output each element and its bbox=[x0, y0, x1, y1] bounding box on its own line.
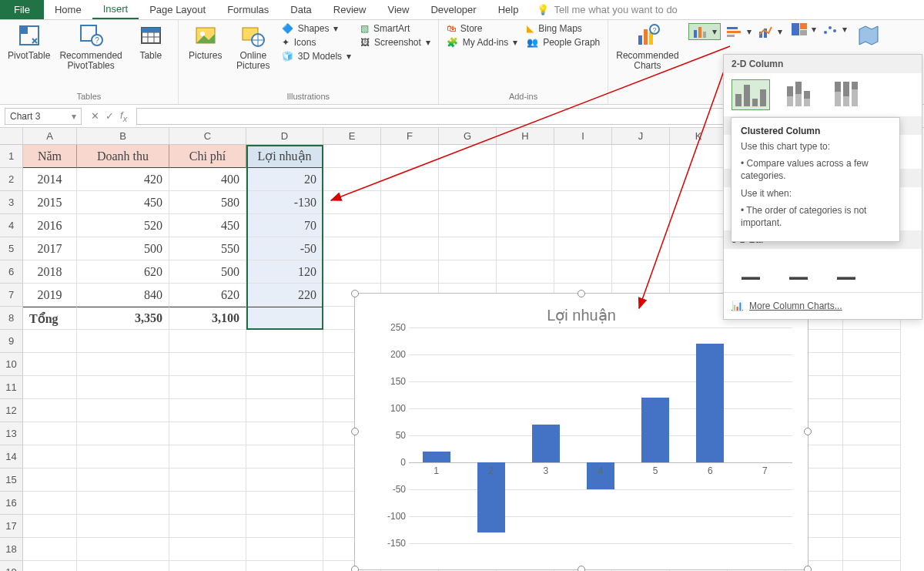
cell[interactable] bbox=[23, 376, 77, 399]
3d-stacked-bar-thumb[interactable]: ▬▬ bbox=[779, 255, 818, 286]
cell[interactable]: -130 bbox=[246, 191, 323, 214]
cell[interactable] bbox=[169, 399, 246, 422]
cell[interactable] bbox=[612, 145, 670, 168]
cell[interactable] bbox=[612, 168, 670, 191]
cell[interactable] bbox=[554, 145, 612, 168]
cell[interactable] bbox=[77, 515, 169, 538]
tab-developer[interactable]: Developer bbox=[420, 0, 487, 19]
cell[interactable]: 2015 bbox=[23, 191, 77, 214]
cell[interactable] bbox=[246, 515, 323, 538]
cell[interactable] bbox=[554, 260, 612, 284]
resize-handle[interactable] bbox=[578, 566, 585, 571]
resize-handle[interactable] bbox=[804, 428, 812, 435]
cell[interactable] bbox=[843, 515, 901, 538]
tab-data[interactable]: Data bbox=[280, 0, 322, 19]
cell[interactable] bbox=[497, 168, 554, 191]
row-header[interactable]: 8 bbox=[0, 307, 23, 330]
cell[interactable]: -50 bbox=[246, 237, 323, 260]
cell[interactable] bbox=[497, 145, 554, 168]
tab-file[interactable]: File bbox=[0, 0, 44, 19]
cell[interactable]: 500 bbox=[169, 260, 246, 284]
cell[interactable] bbox=[497, 191, 554, 214]
cell[interactable] bbox=[246, 399, 323, 422]
cell[interactable] bbox=[843, 376, 901, 399]
cell[interactable] bbox=[169, 538, 246, 561]
row-header[interactable]: 12 bbox=[0, 399, 23, 422]
col-header[interactable]: D bbox=[246, 128, 323, 145]
tab-view[interactable]: View bbox=[377, 0, 420, 19]
tab-home[interactable]: Home bbox=[44, 0, 92, 19]
col-header[interactable]: K bbox=[670, 128, 728, 145]
cell[interactable] bbox=[843, 538, 901, 561]
cell[interactable]: 2016 bbox=[23, 214, 77, 237]
cell[interactable] bbox=[497, 237, 554, 260]
cell[interactable] bbox=[77, 376, 169, 399]
cell[interactable] bbox=[439, 214, 497, 237]
cell[interactable] bbox=[246, 561, 323, 571]
cell[interactable] bbox=[23, 330, 77, 353]
cell[interactable] bbox=[381, 191, 439, 214]
resize-handle[interactable] bbox=[351, 428, 359, 435]
cell[interactable] bbox=[843, 422, 901, 445]
cell[interactable]: 840 bbox=[77, 284, 169, 307]
3d-100-stacked-bar-thumb[interactable]: ▬▬ bbox=[827, 255, 865, 286]
cell[interactable]: 20 bbox=[246, 168, 323, 191]
resize-handle[interactable] bbox=[804, 566, 812, 571]
cell[interactable]: Tổng bbox=[23, 307, 77, 330]
cell[interactable] bbox=[381, 168, 439, 191]
col-header[interactable]: B bbox=[77, 128, 169, 145]
cell[interactable] bbox=[497, 214, 554, 237]
cell[interactable] bbox=[843, 353, 901, 376]
row-header[interactable]: 4 bbox=[0, 214, 23, 237]
cell[interactable] bbox=[169, 445, 246, 469]
cell[interactable] bbox=[670, 237, 728, 260]
cell[interactable] bbox=[554, 168, 612, 191]
cell[interactable] bbox=[77, 399, 169, 422]
cell[interactable] bbox=[169, 515, 246, 538]
tab-formulas[interactable]: Formulas bbox=[216, 0, 280, 19]
cell[interactable] bbox=[246, 422, 323, 445]
clustered-column-thumb[interactable] bbox=[732, 79, 770, 110]
cell[interactable] bbox=[23, 515, 77, 538]
cell[interactable]: 3,350 bbox=[77, 307, 169, 330]
row-header[interactable]: 14 bbox=[0, 445, 23, 469]
row-header[interactable]: 19 bbox=[0, 561, 23, 571]
cell[interactable] bbox=[323, 168, 381, 191]
cell[interactable] bbox=[323, 191, 381, 214]
cell[interactable]: 2019 bbox=[23, 284, 77, 307]
online-pictures-button[interactable]: Online Pictures bbox=[234, 23, 273, 71]
stacked-column-thumb[interactable] bbox=[779, 79, 818, 110]
cell[interactable] bbox=[554, 214, 612, 237]
row-header[interactable]: 15 bbox=[0, 469, 23, 492]
row-header[interactable]: 11 bbox=[0, 376, 23, 399]
cell[interactable] bbox=[23, 561, 77, 571]
row-header[interactable]: 3 bbox=[0, 191, 23, 214]
chart-bar[interactable] bbox=[532, 425, 560, 462]
resize-handle[interactable] bbox=[351, 566, 359, 571]
cell[interactable] bbox=[23, 422, 77, 445]
cell[interactable] bbox=[77, 445, 169, 469]
cell[interactable]: 450 bbox=[169, 214, 246, 237]
cell[interactable] bbox=[843, 469, 901, 492]
cell[interactable] bbox=[246, 538, 323, 561]
cell[interactable] bbox=[843, 561, 901, 571]
bing-maps-button[interactable]: ◣Bing Maps bbox=[527, 23, 600, 34]
row-header[interactable]: 18 bbox=[0, 538, 23, 561]
cell[interactable]: 400 bbox=[169, 168, 246, 191]
bar-chart-button[interactable]: ▾ bbox=[727, 23, 752, 40]
table-button[interactable]: Table bbox=[132, 23, 170, 61]
cell[interactable]: 2017 bbox=[23, 237, 77, 260]
maps-chart-button[interactable] bbox=[856, 23, 881, 48]
cell[interactable] bbox=[246, 376, 323, 399]
cell[interactable]: 550 bbox=[169, 237, 246, 260]
cell[interactable]: 620 bbox=[169, 284, 246, 307]
tab-help[interactable]: Help bbox=[487, 0, 530, 19]
my-addins-button[interactable]: 🧩My Add-ins ▾ bbox=[447, 37, 517, 48]
row-header[interactable]: 13 bbox=[0, 422, 23, 445]
cell[interactable] bbox=[77, 330, 169, 353]
row-header[interactable]: 1 bbox=[0, 145, 23, 168]
cell[interactable] bbox=[23, 399, 77, 422]
cell[interactable] bbox=[612, 214, 670, 237]
people-graph-button[interactable]: 👥People Graph bbox=[527, 37, 600, 48]
cell[interactable] bbox=[670, 214, 728, 237]
